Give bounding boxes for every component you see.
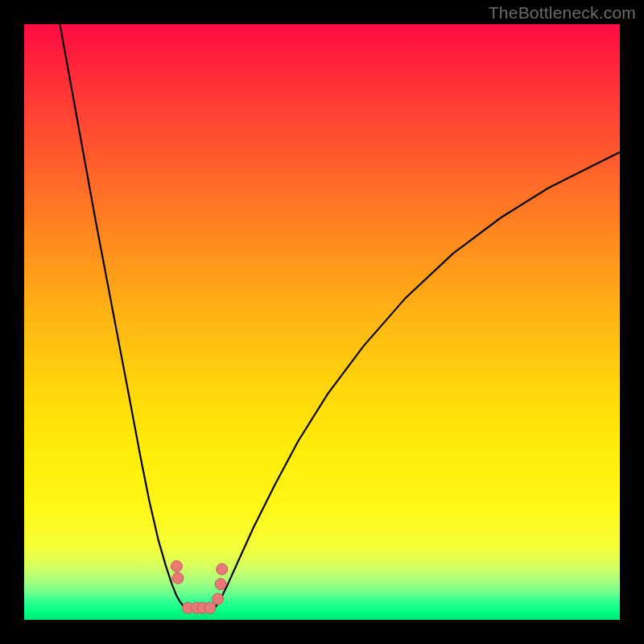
data-marker bbox=[171, 560, 182, 572]
data-marker bbox=[204, 602, 216, 613]
data-marker bbox=[213, 593, 224, 605]
data-marker bbox=[215, 579, 226, 590]
plot-area bbox=[24, 24, 620, 620]
chart-svg bbox=[24, 24, 620, 620]
curve-group bbox=[60, 24, 620, 608]
data-markers bbox=[171, 560, 227, 613]
data-marker bbox=[217, 564, 228, 575]
chart-frame: TheBottleneck.com bbox=[0, 0, 644, 644]
data-marker bbox=[172, 572, 184, 584]
watermark-text: TheBottleneck.com bbox=[489, 3, 636, 23]
bottleneck-curve-path bbox=[60, 24, 620, 608]
